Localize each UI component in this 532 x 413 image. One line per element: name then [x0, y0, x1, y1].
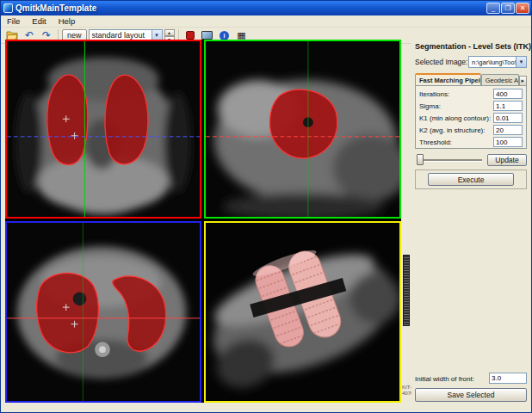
k1-label: K1 (min along contour): — [419, 114, 491, 122]
monitor-icon — [201, 31, 213, 40]
spin-up-icon[interactable]: ▲ — [164, 29, 175, 36]
layout-combobox-value: standard layout — [90, 31, 152, 40]
sigma-label: Sigma: — [419, 102, 441, 110]
progress-slider-row: Update — [417, 153, 527, 166]
fast-marching-pane: Iterations: Sigma: K1 (min along contour… — [415, 85, 527, 149]
initial-width-input[interactable] — [489, 373, 527, 384]
k2-row: K2 (avg. in structure): — [419, 125, 523, 136]
k2-label: K2 (avg. in structure): — [419, 126, 485, 134]
segmentation-panel: Segmentation - Level Sets (ITK) Selected… — [411, 39, 530, 411]
sigma-row: Sigma: — [419, 101, 523, 112]
coronal-view[interactable] — [5, 40, 201, 219]
threshold-label: Threshold: — [419, 139, 452, 146]
pipeline-tabs: Fast Marching Pipeline Geodesic Active L… — [415, 73, 527, 86]
execute-group: Execute — [415, 170, 527, 189]
initial-width-label: Initial width of front: — [415, 375, 474, 383]
slider-handle[interactable] — [417, 154, 424, 165]
iterations-label: Iterations: — [419, 90, 449, 98]
app-icon — [3, 3, 13, 13]
k1-row: K1 (min along contour): — [419, 113, 523, 124]
iterations-input[interactable] — [493, 89, 523, 99]
selected-image-value: n:\gar\lung\TooShFo — [469, 59, 516, 66]
undo-icon: ↶ — [25, 31, 34, 40]
minimize-button[interactable]: _ — [486, 3, 500, 14]
sagittal-view[interactable] — [204, 40, 401, 219]
menu-edit[interactable]: Edit — [26, 15, 52, 27]
k2-input[interactable] — [493, 125, 523, 135]
splitter-handle[interactable] — [403, 255, 410, 326]
selected-image-label: Selected Image: — [415, 58, 467, 66]
close-button[interactable]: ✕ — [516, 3, 529, 14]
tab-geodesic-active[interactable]: Geodesic Active L — [481, 74, 519, 86]
window-title: QmitkMainTemplate — [15, 3, 96, 13]
planes-icon: ▦ — [237, 31, 245, 40]
iterations-row: Iterations: — [419, 89, 523, 100]
sigma-input[interactable] — [493, 101, 523, 111]
chevron-down-icon[interactable]: ▼ — [516, 57, 526, 67]
maximize-button[interactable]: ❐ — [501, 3, 515, 14]
title-bar[interactable]: QmitkMainTemplate _ ❐ ✕ — [1, 1, 531, 15]
initial-width-row: Initial width of front: — [415, 373, 527, 385]
slider-track[interactable] — [417, 159, 482, 161]
3d-view[interactable] — [204, 221, 401, 403]
save-selected-button[interactable]: Save Selected — [415, 388, 527, 402]
redo-icon: ↷ — [42, 31, 51, 40]
tab-fast-marching[interactable]: Fast Marching Pipeline — [415, 73, 481, 86]
info-icon: i — [220, 31, 229, 40]
menu-file[interactable]: File — [1, 15, 26, 27]
app-window: QmitkMainTemplate _ ❐ ✕ File Edit Help ↶… — [0, 0, 532, 413]
menu-bar: File Edit Help — [1, 15, 531, 28]
render-views — [5, 40, 401, 403]
update-button[interactable]: Update — [487, 154, 527, 166]
execute-button[interactable]: Execute — [428, 173, 514, 186]
folder-open-icon — [6, 31, 18, 40]
selected-image-row: Selected Image: n:\gar\lung\TooShFo ▼ — [415, 56, 527, 68]
menu-help[interactable]: Help — [53, 15, 82, 27]
threshold-row: Threshold: — [419, 137, 523, 148]
record-icon — [186, 31, 195, 40]
panel-title: Segmentation - Level Sets (ITK) — [415, 42, 531, 51]
selected-image-combobox[interactable]: n:\gar\lung\TooShFo ▼ — [468, 56, 527, 68]
threshold-input[interactable] — [493, 137, 523, 147]
axial-view[interactable] — [5, 221, 201, 403]
k1-input[interactable] — [493, 113, 523, 123]
